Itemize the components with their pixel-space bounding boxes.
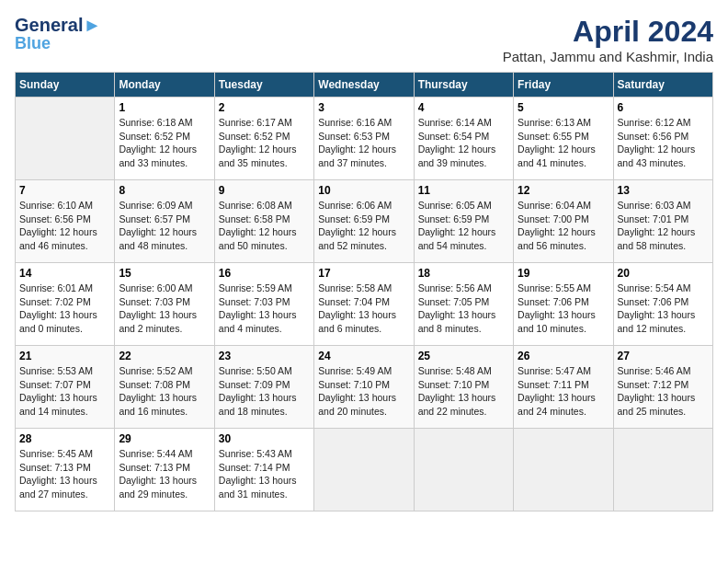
cell-info: Sunrise: 6:18 AM Sunset: 6:52 PM Dayligh… <box>119 116 210 170</box>
cell-info: Sunrise: 5:52 AM Sunset: 7:08 PM Dayligh… <box>119 364 210 419</box>
cell-info: Sunrise: 5:45 AM Sunset: 7:13 PM Dayligh… <box>19 447 110 501</box>
calendar-cell: 9Sunrise: 6:08 AM Sunset: 6:58 PM Daylig… <box>214 180 313 263</box>
cell-date: 15 <box>119 267 210 280</box>
header-sunday: Sunday <box>16 73 115 98</box>
cell-date: 24 <box>318 350 409 362</box>
calendar-cell: 17Sunrise: 5:58 AM Sunset: 7:04 PM Dayli… <box>314 263 414 346</box>
cell-date: 29 <box>119 432 210 445</box>
logo: General► Blue <box>15 15 101 53</box>
cell-info: Sunrise: 5:54 AM Sunset: 7:06 PM Dayligh… <box>618 282 709 336</box>
cell-info: Sunrise: 5:43 AM Sunset: 7:14 PM Dayligh… <box>219 447 310 501</box>
cell-date: 8 <box>119 184 210 197</box>
cell-date: 5 <box>518 101 609 114</box>
cell-date: 17 <box>318 267 409 280</box>
cell-info: Sunrise: 5:48 AM Sunset: 7:10 PM Dayligh… <box>418 364 509 419</box>
cell-info: Sunrise: 6:05 AM Sunset: 6:59 PM Dayligh… <box>418 199 509 253</box>
cell-info: Sunrise: 6:13 AM Sunset: 6:55 PM Dayligh… <box>518 116 609 170</box>
title-block: April 2024 Pattan, Jammu and Kashmir, In… <box>503 15 713 64</box>
cell-info: Sunrise: 6:04 AM Sunset: 7:00 PM Dayligh… <box>518 199 609 253</box>
cell-date: 27 <box>618 350 709 362</box>
cell-info: Sunrise: 6:08 AM Sunset: 6:58 PM Dayligh… <box>219 199 310 253</box>
calendar-cell: 11Sunrise: 6:05 AM Sunset: 6:59 PM Dayli… <box>414 180 513 263</box>
cell-info: Sunrise: 5:55 AM Sunset: 7:06 PM Dayligh… <box>518 282 609 336</box>
calendar-header-row: SundayMondayTuesdayWednesdayThursdayFrid… <box>16 73 713 98</box>
cell-date: 28 <box>19 432 110 445</box>
cell-date: 30 <box>219 432 310 445</box>
calendar-cell: 1Sunrise: 6:18 AM Sunset: 6:52 PM Daylig… <box>115 98 214 180</box>
cell-date: 6 <box>618 101 709 114</box>
cell-info: Sunrise: 5:59 AM Sunset: 7:03 PM Dayligh… <box>219 282 310 336</box>
cell-info: Sunrise: 6:03 AM Sunset: 7:01 PM Dayligh… <box>618 199 709 253</box>
cell-info: Sunrise: 6:14 AM Sunset: 6:54 PM Dayligh… <box>418 116 509 170</box>
calendar-cell: 30Sunrise: 5:43 AM Sunset: 7:14 PM Dayli… <box>214 429 313 511</box>
calendar-cell: 16Sunrise: 5:59 AM Sunset: 7:03 PM Dayli… <box>214 263 313 346</box>
cell-date: 22 <box>119 350 210 362</box>
cell-date: 7 <box>19 184 110 197</box>
week-row-4: 21Sunrise: 5:53 AM Sunset: 7:07 PM Dayli… <box>16 346 713 429</box>
cell-date: 12 <box>518 184 609 197</box>
cell-info: Sunrise: 6:17 AM Sunset: 6:52 PM Dayligh… <box>219 116 310 170</box>
cell-date: 1 <box>119 101 210 114</box>
calendar-cell: 23Sunrise: 5:50 AM Sunset: 7:09 PM Dayli… <box>214 346 313 429</box>
calendar-cell: 7Sunrise: 6:10 AM Sunset: 6:56 PM Daylig… <box>16 180 115 263</box>
calendar-cell: 26Sunrise: 5:47 AM Sunset: 7:11 PM Dayli… <box>514 346 613 429</box>
cell-date: 9 <box>219 184 310 197</box>
cell-date: 3 <box>318 101 409 114</box>
cell-date: 18 <box>418 267 509 280</box>
cell-info: Sunrise: 6:10 AM Sunset: 6:56 PM Dayligh… <box>19 199 110 253</box>
cell-info: Sunrise: 5:53 AM Sunset: 7:07 PM Dayligh… <box>19 364 110 419</box>
cell-date: 13 <box>618 184 709 197</box>
calendar-cell: 5Sunrise: 6:13 AM Sunset: 6:55 PM Daylig… <box>514 98 613 180</box>
cell-info: Sunrise: 6:01 AM Sunset: 7:02 PM Dayligh… <box>19 282 110 336</box>
week-row-5: 28Sunrise: 5:45 AM Sunset: 7:13 PM Dayli… <box>16 429 713 511</box>
header-friday: Friday <box>514 73 613 98</box>
calendar-cell <box>613 429 712 511</box>
cell-date: 21 <box>19 350 110 362</box>
cell-date: 19 <box>518 267 609 280</box>
calendar-cell: 2Sunrise: 6:17 AM Sunset: 6:52 PM Daylig… <box>214 98 313 180</box>
calendar-cell <box>314 429 414 511</box>
calendar-cell <box>16 98 115 180</box>
page-header: General► Blue April 2024 Pattan, Jammu a… <box>15 15 713 64</box>
week-row-3: 14Sunrise: 6:01 AM Sunset: 7:02 PM Dayli… <box>16 263 713 346</box>
calendar-cell: 14Sunrise: 6:01 AM Sunset: 7:02 PM Dayli… <box>16 263 115 346</box>
subtitle: Pattan, Jammu and Kashmir, India <box>503 49 713 64</box>
cell-info: Sunrise: 5:44 AM Sunset: 7:13 PM Dayligh… <box>119 447 210 501</box>
calendar-cell: 28Sunrise: 5:45 AM Sunset: 7:13 PM Dayli… <box>16 429 115 511</box>
calendar-cell: 13Sunrise: 6:03 AM Sunset: 7:01 PM Dayli… <box>613 180 712 263</box>
cell-date: 2 <box>219 101 310 114</box>
cell-date: 23 <box>219 350 310 362</box>
calendar-cell <box>514 429 613 511</box>
cell-date: 11 <box>418 184 509 197</box>
calendar-cell: 29Sunrise: 5:44 AM Sunset: 7:13 PM Dayli… <box>115 429 214 511</box>
cell-info: Sunrise: 5:50 AM Sunset: 7:09 PM Dayligh… <box>219 364 310 419</box>
cell-date: 4 <box>418 101 509 114</box>
header-saturday: Saturday <box>613 73 712 98</box>
cell-info: Sunrise: 6:00 AM Sunset: 7:03 PM Dayligh… <box>119 282 210 336</box>
cell-info: Sunrise: 5:47 AM Sunset: 7:11 PM Dayligh… <box>518 364 609 419</box>
cell-date: 16 <box>219 267 310 280</box>
calendar-cell: 21Sunrise: 5:53 AM Sunset: 7:07 PM Dayli… <box>16 346 115 429</box>
calendar-cell: 22Sunrise: 5:52 AM Sunset: 7:08 PM Dayli… <box>115 346 214 429</box>
calendar-cell <box>414 429 513 511</box>
cell-date: 25 <box>418 350 509 362</box>
week-row-1: 1Sunrise: 6:18 AM Sunset: 6:52 PM Daylig… <box>16 98 713 180</box>
cell-date: 14 <box>19 267 110 280</box>
week-row-2: 7Sunrise: 6:10 AM Sunset: 6:56 PM Daylig… <box>16 180 713 263</box>
cell-info: Sunrise: 6:09 AM Sunset: 6:57 PM Dayligh… <box>119 199 210 253</box>
logo-text: General► <box>15 15 101 35</box>
header-monday: Monday <box>115 73 214 98</box>
cell-info: Sunrise: 6:12 AM Sunset: 6:56 PM Dayligh… <box>618 116 709 170</box>
calendar-cell: 3Sunrise: 6:16 AM Sunset: 6:53 PM Daylig… <box>314 98 414 180</box>
calendar-cell: 6Sunrise: 6:12 AM Sunset: 6:56 PM Daylig… <box>613 98 712 180</box>
cell-info: Sunrise: 5:56 AM Sunset: 7:05 PM Dayligh… <box>418 282 509 336</box>
cell-date: 10 <box>318 184 409 197</box>
calendar-table: SundayMondayTuesdayWednesdayThursdayFrid… <box>15 72 713 511</box>
calendar-cell: 27Sunrise: 5:46 AM Sunset: 7:12 PM Dayli… <box>613 346 712 429</box>
cell-info: Sunrise: 5:46 AM Sunset: 7:12 PM Dayligh… <box>618 364 709 419</box>
cell-date: 20 <box>618 267 709 280</box>
calendar-cell: 15Sunrise: 6:00 AM Sunset: 7:03 PM Dayli… <box>115 263 214 346</box>
calendar-cell: 12Sunrise: 6:04 AM Sunset: 7:00 PM Dayli… <box>514 180 613 263</box>
cell-info: Sunrise: 6:06 AM Sunset: 6:59 PM Dayligh… <box>318 199 409 253</box>
calendar-cell: 25Sunrise: 5:48 AM Sunset: 7:10 PM Dayli… <box>414 346 513 429</box>
